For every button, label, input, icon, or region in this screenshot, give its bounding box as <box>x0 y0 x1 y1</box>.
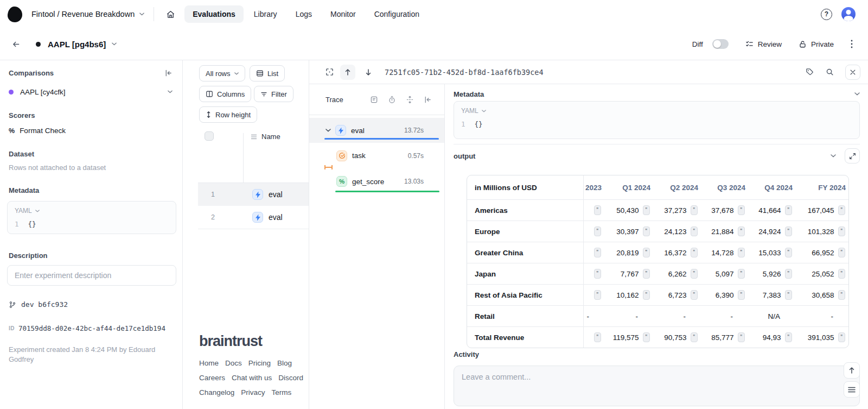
output-section-header[interactable]: output <box>454 147 860 165</box>
string-quote-badge: " <box>643 332 650 342</box>
tab-logs[interactable]: Logs <box>288 5 320 23</box>
filter-icon <box>260 91 267 98</box>
row-label: Americas <box>467 200 584 221</box>
cell-value: - <box>684 312 686 320</box>
rows-filter-dropdown[interactable]: All rows <box>199 65 245 81</box>
next-row-button[interactable] <box>365 68 372 76</box>
yaml-format-select[interactable]: YAML <box>461 107 852 115</box>
previous-row-button[interactable] <box>340 65 355 80</box>
project-switcher[interactable]: Fintool / Revenue Breakdown <box>31 10 144 18</box>
string-quote-badge: " <box>838 290 845 300</box>
footer-link[interactable]: Terms <box>272 388 292 397</box>
tab-monitor[interactable]: Monitor <box>322 5 364 23</box>
close-button[interactable] <box>845 65 860 80</box>
description-input[interactable] <box>7 265 176 286</box>
row-name: eval <box>269 213 283 222</box>
span-duration: 13.72s <box>404 127 424 134</box>
tab-configuration[interactable]: Configuration <box>366 5 427 23</box>
table-cell: - <box>795 306 848 326</box>
section-menu-button[interactable] <box>844 381 860 398</box>
name-column-header[interactable]: Name <box>251 133 280 141</box>
footer-link[interactable]: Pricing <box>248 359 271 367</box>
description-label: Description <box>9 251 48 260</box>
output-table-row: Europe"30,397"24,123"21,884"24,924"101,3… <box>467 221 848 242</box>
yaml-format-label: YAML <box>461 107 478 115</box>
table-row[interactable]: 2 eval <box>198 206 309 229</box>
view-mode-button[interactable]: List <box>250 65 285 81</box>
string-quote-badge: " <box>594 226 601 236</box>
collapse-panel-icon[interactable] <box>424 96 432 104</box>
comment-input[interactable] <box>454 366 860 406</box>
trace-span-task[interactable]: task 0.57s <box>309 143 444 168</box>
cell-value: - <box>636 312 639 320</box>
output-table-header: in Millions of USDFY 2023Q1 2024Q2 2024Q… <box>467 175 848 199</box>
tab-evaluations[interactable]: Evaluations <box>184 5 244 23</box>
tag-icon[interactable] <box>806 68 814 76</box>
chevron-down-icon[interactable] <box>112 42 117 46</box>
activity-label: Activity <box>454 350 479 358</box>
git-ref: dev b6fc932 <box>21 300 68 309</box>
app-logo-icon[interactable] <box>8 7 22 22</box>
expand-icon <box>849 153 856 160</box>
select-all-checkbox[interactable] <box>205 131 214 141</box>
footer-link[interactable]: Changelog <box>199 388 234 397</box>
string-quote-badge: " <box>838 269 845 279</box>
yaml-format-label: YAML <box>15 207 32 215</box>
expand-output-button[interactable] <box>845 148 860 163</box>
chevron-down-icon[interactable] <box>326 129 331 132</box>
scroll-top-button[interactable] <box>844 362 860 379</box>
fullscreen-icon[interactable] <box>326 68 334 76</box>
columns-button[interactable]: Columns <box>199 86 251 102</box>
stopwatch-icon[interactable] <box>388 96 396 104</box>
help-button[interactable]: ? <box>821 9 832 20</box>
chevron-down-icon[interactable] <box>168 90 173 93</box>
tab-library[interactable]: Library <box>246 5 285 23</box>
comparison-item[interactable]: AAPL [cy4cfk] <box>9 88 66 96</box>
table-cell: " <box>584 263 604 284</box>
avatar[interactable] <box>841 7 856 21</box>
string-quote-badge: " <box>785 226 792 236</box>
diff-toggle[interactable] <box>712 39 729 49</box>
footer-link-row: ChangelogPrivacyTerms <box>199 388 303 397</box>
metadata-editor[interactable]: YAML 1 {} <box>7 201 176 234</box>
output-section-actions <box>831 148 860 163</box>
back-button[interactable] <box>12 40 20 48</box>
footer-link[interactable]: Privacy <box>241 388 265 397</box>
row-name: eval <box>269 190 283 199</box>
string-quote-badge: " <box>785 290 792 300</box>
footer-link[interactable]: Discord <box>278 374 303 382</box>
span-content: Metadata YAML 1 {} output in Millions of… <box>445 84 868 409</box>
filter-button[interactable]: Filter <box>254 86 293 102</box>
line-number: 1 <box>15 220 19 228</box>
row-height-button[interactable]: Row height <box>199 106 257 123</box>
footer-link[interactable]: Docs <box>225 359 242 367</box>
span-name: get_score <box>352 178 384 186</box>
git-ref-row: dev b6fc932 <box>9 300 68 309</box>
footer-link[interactable]: Chat with us <box>232 374 272 382</box>
details-panel-icon[interactable] <box>370 96 378 104</box>
footer-link[interactable]: Blog <box>277 359 292 367</box>
cell-value: - <box>587 312 590 320</box>
metadata-section-header[interactable]: Metadata <box>454 87 860 100</box>
yaml-content: {} <box>28 220 36 228</box>
metadata-editor[interactable]: YAML 1 {} <box>454 101 860 139</box>
footer-link[interactable]: Careers <box>199 374 225 382</box>
footer-link[interactable]: Home <box>199 359 219 367</box>
review-button[interactable]: Review <box>745 40 782 48</box>
id-label: ID <box>9 325 15 331</box>
string-quote-badge: " <box>691 205 698 215</box>
yaml-format-select[interactable]: YAML <box>15 207 169 215</box>
table-cell: 5,097" <box>701 263 748 284</box>
expand-spans-icon[interactable] <box>406 96 414 104</box>
output-table-row: Japan"7,767"6,262"5,097"5,926"25,052" <box>467 263 848 284</box>
scorer-item[interactable]: % Format Check <box>9 127 66 135</box>
home-button[interactable] <box>161 6 180 23</box>
eval-icon <box>335 125 346 136</box>
eval-icon <box>252 189 263 200</box>
more-menu-button[interactable] <box>851 40 853 48</box>
table-row[interactable]: 1 eval <box>198 183 309 206</box>
experiment-sidebar: Comparisons AAPL [cy4cfk] Scorers % Form… <box>0 60 183 409</box>
collapse-sidebar-icon[interactable] <box>164 69 173 77</box>
search-icon[interactable] <box>826 68 834 76</box>
privacy-button[interactable]: Private <box>799 40 834 48</box>
